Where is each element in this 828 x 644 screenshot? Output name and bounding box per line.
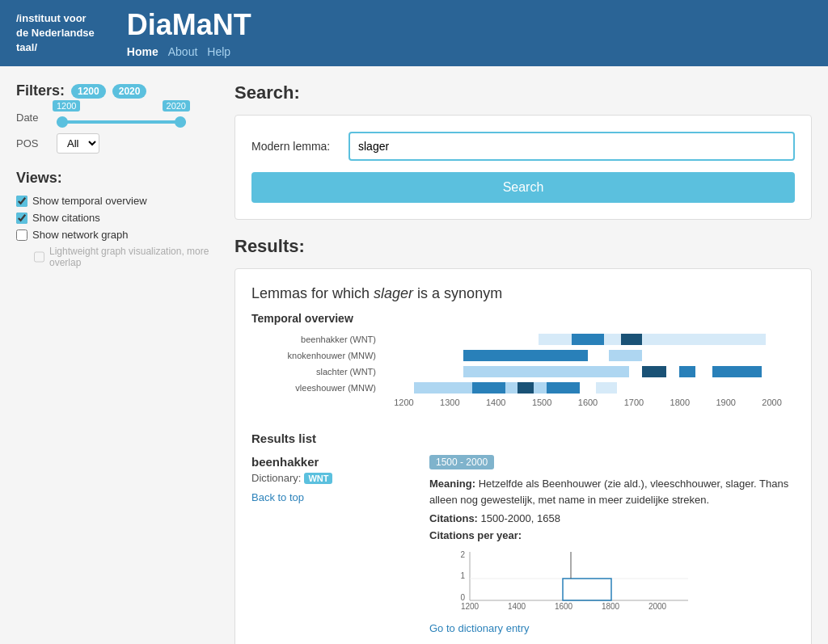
results-list-title: Results list — [251, 431, 795, 445]
mini-chart-svg: 2 1 0 1200 1400 1600 — [446, 548, 696, 612]
temporal-overview-title: Temporal overview — [251, 312, 795, 325]
pos-label: POS — [16, 137, 49, 149]
range-thumb-right[interactable]: 2020 — [175, 116, 186, 128]
svg-text:1200: 1200 — [461, 602, 479, 611]
result-citations: Citations: 1500-2000, 1658 — [429, 512, 795, 524]
view-lightweight-checkbox — [34, 251, 44, 263]
dict-label: Dictionary: — [251, 472, 301, 484]
filters-label: Filters: — [16, 82, 65, 99]
axis-1500: 1500 — [519, 398, 565, 407]
axis-1700: 1700 — [610, 398, 657, 407]
chart-row-beenhakker: beenhakker (WNT) — [251, 333, 795, 346]
svg-text:1400: 1400 — [508, 602, 526, 611]
results-title: Results: — [234, 236, 812, 257]
axis-2000: 2000 — [749, 398, 795, 407]
axis-1600: 1600 — [565, 398, 611, 407]
chart-row-vleeshouwer: vleeshouwer (MNW) — [251, 381, 795, 394]
views-title: Views: — [16, 170, 218, 187]
svg-text:1600: 1600 — [555, 602, 573, 611]
nav-about[interactable]: About — [168, 45, 198, 58]
result-meaning: Meaning: Hetzelfde als Beenhouwer (zie a… — [429, 476, 795, 507]
date-range-slider[interactable]: 1200 2020 — [57, 107, 186, 127]
chart-bars-beenhakker — [381, 333, 795, 346]
temporal-chart: beenhakker (WNT) knokenhouwer (MNW) — [251, 333, 795, 407]
result-entry-beenhakker: beenhakker Dictionary: WNT Back to top 1… — [251, 455, 795, 634]
result-dict-row: Dictionary: WNT — [251, 472, 413, 484]
lemma-title-suffix: is a synonym — [413, 285, 502, 301]
view-citations-checkbox[interactable] — [16, 213, 27, 224]
range-fill — [57, 120, 186, 124]
view-network-checkbox[interactable] — [16, 229, 27, 241]
range-label-max: 2020 — [163, 100, 190, 112]
svg-text:1: 1 — [460, 571, 465, 580]
chart-row-slachter: slachter (WNT) — [251, 365, 795, 378]
svg-text:1800: 1800 — [602, 602, 620, 611]
citations-label: Citations: — [429, 512, 478, 524]
app-brand: DiaMaNT Home About Help — [127, 8, 251, 58]
view-citations: Show citations — [16, 212, 218, 224]
range-thumb-left[interactable]: 1200 — [57, 116, 68, 128]
view-citations-label: Show citations — [32, 212, 100, 224]
go-dict-link[interactable]: Go to dictionary entry — [429, 622, 530, 634]
view-temporal-checkbox[interactable] — [16, 196, 27, 207]
chart-bars-vleeshouwer — [381, 381, 795, 394]
search-form: Modern lemma: Search — [234, 115, 812, 220]
search-title: Search: — [234, 82, 812, 103]
search-button[interactable]: Search — [251, 172, 795, 203]
chart-bars-slachter — [381, 365, 795, 378]
view-temporal-label: Show temporal overview — [32, 195, 147, 207]
view-temporal: Show temporal overview — [16, 195, 218, 207]
views-section: Views: Show temporal overview Show citat… — [16, 170, 218, 268]
sidebar: Filters: 1200 2020 Date 1200 2020 — [16, 82, 218, 644]
chart-label-beenhakker: beenhakker (WNT) — [251, 335, 381, 344]
search-lemma-row: Modern lemma: — [251, 132, 795, 161]
modern-lemma-label: Modern lemma: — [251, 140, 349, 153]
result-cpy: Citations per year: — [429, 529, 795, 541]
lemma-italic: slager — [374, 285, 413, 301]
institution-logo: /instituut voor de Nederlandse taal/ — [16, 11, 95, 56]
axis-1300: 1300 — [427, 398, 473, 407]
meaning-text: Hetzelfde als Beenhouwer (zie ald.), vle… — [429, 478, 788, 506]
chart-x-axis: 1200 1300 1400 1500 1600 1700 1800 1900 … — [381, 398, 795, 407]
svg-text:2: 2 — [460, 550, 465, 559]
pos-select[interactable]: All — [57, 133, 99, 154]
main-container: Filters: 1200 2020 Date 1200 2020 — [0, 66, 828, 644]
back-to-top-link[interactable]: Back to top — [251, 491, 304, 503]
range-label-min: 1200 — [53, 100, 80, 112]
chart-label-slachter: slachter (WNT) — [251, 367, 381, 377]
dict-badge: WNT — [304, 473, 332, 484]
date-range-badge: 1500 - 2000 — [429, 455, 494, 469]
nav-home[interactable]: Home — [127, 45, 158, 58]
svg-rect-6 — [563, 579, 611, 600]
range-track: 1200 2020 — [57, 120, 186, 124]
date-label: Date — [16, 112, 49, 124]
nav-help[interactable]: Help — [207, 45, 230, 58]
app-title: DiaMaNT — [127, 8, 251, 42]
modern-lemma-input[interactable] — [349, 132, 795, 161]
pos-filter-row: POS All — [16, 133, 218, 154]
logo-line1: /instituut voor — [16, 12, 87, 24]
result-right: 1500 - 2000 Meaning: Hetzelfde als Beenh… — [429, 455, 795, 634]
axis-1900: 1900 — [703, 398, 749, 407]
lemma-title: Lemmas for which slager is a synonym — [251, 285, 795, 302]
view-lightweight-label: Lightweight graph visualization, more ov… — [49, 246, 218, 268]
chart-label-vleeshouwer: vleeshouwer (MNW) — [251, 383, 381, 393]
citations-value: 1500-2000, 1658 — [481, 512, 560, 524]
logo-line3: taal/ — [16, 41, 37, 53]
app-header: /instituut voor de Nederlandse taal/ Dia… — [0, 0, 828, 66]
date-filter-row: Date 1200 2020 — [16, 107, 218, 127]
filters-section: Filters: 1200 2020 Date 1200 2020 — [16, 82, 218, 154]
svg-text:0: 0 — [460, 593, 465, 602]
svg-text:2000: 2000 — [648, 602, 667, 611]
view-network-label: Show network graph — [32, 229, 129, 241]
logo-line2: de Nederlandse — [16, 27, 95, 39]
chart-bars-knokenhouwer — [381, 349, 795, 362]
main-nav: Home About Help — [127, 45, 251, 58]
results-box: Lemmas for which slager is a synonym Tem… — [234, 268, 812, 644]
view-disabled-note: Lightweight graph visualization, more ov… — [16, 246, 218, 268]
chart-rows: beenhakker (WNT) knokenhouwer (MNW) — [251, 333, 795, 394]
search-results-section: Search: Modern lemma: Search Results: Le… — [234, 82, 812, 644]
date-min-badge: 1200 — [71, 84, 106, 99]
meaning-label: Meaning: — [429, 478, 475, 490]
chart-row-knokenhouwer: knokenhouwer (MNW) — [251, 349, 795, 362]
